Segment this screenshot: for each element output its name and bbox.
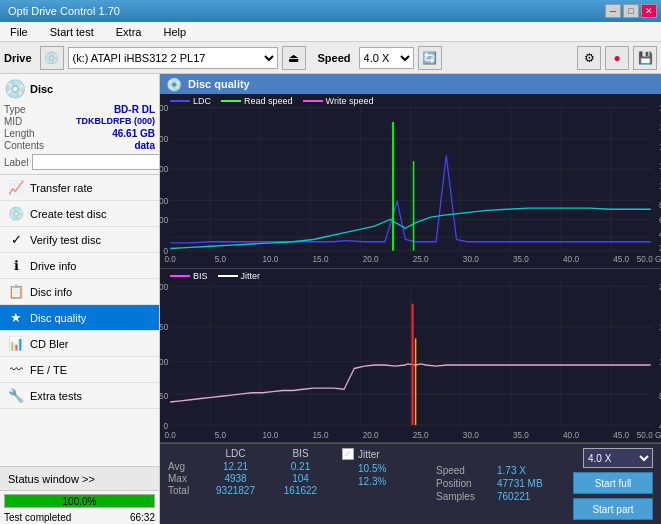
sidebar-item-extra-tests[interactable]: 🔧 Extra tests — [0, 383, 159, 409]
svg-text:200: 200 — [160, 281, 168, 292]
svg-text:5.0: 5.0 — [215, 254, 227, 264]
sidebar-item-verify-test-disc[interactable]: ✓ Verify test disc — [0, 227, 159, 253]
drive-info-icon: ℹ — [8, 258, 24, 274]
disc-header-icon: 💿 — [4, 78, 26, 100]
sidebar-item-disc-quality[interactable]: ★ Disc quality — [0, 305, 159, 331]
create-test-disc-icon: 💿 — [8, 206, 24, 222]
sidebar-item-create-test-disc[interactable]: 💿 Create test disc — [0, 201, 159, 227]
ldc-avg: 12.21 — [203, 461, 268, 472]
read-speed-legend-color — [221, 100, 241, 102]
refresh-button[interactable]: 🔄 — [418, 46, 442, 70]
read-speed-legend-label: Read speed — [244, 96, 293, 106]
jitter-legend-color — [218, 275, 238, 277]
status-text-row: Test completed 66:32 — [0, 511, 159, 524]
status-time: 66:32 — [130, 512, 155, 523]
save-button[interactable]: 💾 — [633, 46, 657, 70]
verify-test-disc-icon: ✓ — [8, 232, 24, 248]
sidebar-item-drive-info[interactable]: ℹ Drive info — [0, 253, 159, 279]
length-value: 46.61 GB — [112, 128, 155, 139]
start-part-button[interactable]: Start part — [573, 498, 653, 520]
svg-text:20.0: 20.0 — [363, 429, 379, 440]
svg-text:20.0: 20.0 — [363, 254, 379, 264]
start-full-button[interactable]: Start full — [573, 472, 653, 494]
svg-text:10.0: 10.0 — [262, 429, 278, 440]
disc-quality-header: 💿 Disc quality — [160, 74, 661, 94]
svg-text:45.0: 45.0 — [613, 429, 629, 440]
settings-button[interactable]: ⚙ — [577, 46, 601, 70]
svg-text:0.0: 0.0 — [165, 254, 177, 264]
fe-te-icon: 〰 — [8, 362, 24, 378]
menu-start-test[interactable]: Start test — [44, 24, 100, 40]
sidebar-item-disc-info[interactable]: 📋 Disc info — [0, 279, 159, 305]
avg-row-label: Avg — [168, 461, 203, 472]
verify-test-disc-label: Verify test disc — [30, 234, 101, 246]
drive-info-label: Drive info — [30, 260, 76, 272]
svg-text:5000: 5000 — [160, 102, 168, 112]
extra-tests-icon: 🔧 — [8, 388, 24, 404]
svg-text:10.0: 10.0 — [262, 254, 278, 264]
total-row-label: Total — [168, 485, 203, 496]
sidebar-item-fe-te[interactable]: 〰 FE / TE — [0, 357, 159, 383]
position-stat-label: Position — [436, 478, 491, 489]
progress-bar: 100.0% — [4, 494, 155, 508]
menu-help[interactable]: Help — [157, 24, 192, 40]
create-test-disc-label: Create test disc — [30, 208, 106, 220]
sidebar-item-cd-bler[interactable]: 📊 CD Bler — [0, 331, 159, 357]
bis-chart-svg: 200 150 100 50 0 20% 16% 12% 8% 4% 0.0 5… — [160, 269, 661, 443]
svg-text:45.0: 45.0 — [613, 254, 629, 264]
color-button[interactable]: ● — [605, 46, 629, 70]
minimize-button[interactable]: ─ — [605, 4, 621, 18]
contents-label: Contents — [4, 140, 44, 151]
speed-position-stats: Speed 1.73 X Position 47731 MB Samples 7… — [428, 448, 548, 520]
maximize-button[interactable]: □ — [623, 4, 639, 18]
svg-text:4000: 4000 — [160, 134, 168, 144]
cd-bler-label: CD Bler — [30, 338, 69, 350]
drive-select[interactable]: (k:) ATAPI iHBS312 2 PL17 — [68, 47, 278, 69]
samples-stat-label: Samples — [436, 491, 491, 502]
read-speed-legend-item: Read speed — [221, 96, 293, 106]
speed-select[interactable]: 4.0 X — [359, 47, 414, 69]
svg-text:40.0: 40.0 — [563, 429, 579, 440]
eject-button[interactable]: ⏏ — [282, 46, 306, 70]
disc-info-icon: 📋 — [8, 284, 24, 300]
speed-stat-value: 1.73 X — [497, 465, 526, 476]
ldc-max: 4938 — [203, 473, 268, 484]
bis-col-title: BIS — [268, 448, 333, 459]
status-text: Test completed — [4, 512, 71, 523]
svg-text:50: 50 — [160, 390, 168, 401]
charts-area: LDC Read speed Write speed — [160, 94, 661, 443]
ldc-bis-stats: LDC BIS Avg 12.21 0.21 Max 4938 104 Tota… — [168, 448, 338, 520]
svg-text:0.0: 0.0 — [165, 429, 176, 440]
disc-quality-icon: ★ — [8, 310, 24, 326]
bis-total: 161622 — [268, 485, 333, 496]
status-window-button[interactable]: Status window >> — [0, 467, 159, 491]
svg-text:50.0 GB: 50.0 GB — [637, 254, 661, 264]
window-controls: ─ □ ✕ — [605, 4, 657, 18]
ldc-chart-svg: 5000 4000 3000 2000 1000 0 18X 16X 14X 1… — [160, 94, 661, 268]
ldc-chart-container: LDC Read speed Write speed — [160, 94, 661, 269]
svg-text:35.0: 35.0 — [513, 254, 529, 264]
svg-text:3000: 3000 — [160, 164, 168, 174]
bis-legend-color — [170, 275, 190, 277]
svg-text:30.0: 30.0 — [463, 429, 479, 440]
label-input[interactable] — [32, 154, 160, 170]
action-section: 4.0 X Start full Start part — [573, 448, 653, 520]
contents-value: data — [134, 140, 155, 151]
close-button[interactable]: ✕ — [641, 4, 657, 18]
type-value: BD-R DL — [114, 104, 155, 115]
bis-legend-item: BIS — [170, 271, 208, 281]
menu-file[interactable]: File — [4, 24, 34, 40]
bis-legend: BIS Jitter — [170, 271, 260, 281]
speed-label: Speed — [318, 52, 351, 64]
speed-select-stats[interactable]: 4.0 X — [583, 448, 653, 468]
jitter-legend-label: Jitter — [241, 271, 261, 281]
disc-quality-header-icon: 💿 — [166, 77, 182, 92]
jitter-checkbox[interactable]: ✓ — [342, 448, 354, 460]
sidebar-item-transfer-rate[interactable]: 📈 Transfer rate — [0, 175, 159, 201]
svg-text:5.0: 5.0 — [215, 429, 226, 440]
extra-tests-label: Extra tests — [30, 390, 82, 402]
ldc-legend-item: LDC — [170, 96, 211, 106]
write-speed-legend-color — [303, 100, 323, 102]
svg-text:1000: 1000 — [160, 214, 168, 224]
menu-extra[interactable]: Extra — [110, 24, 148, 40]
